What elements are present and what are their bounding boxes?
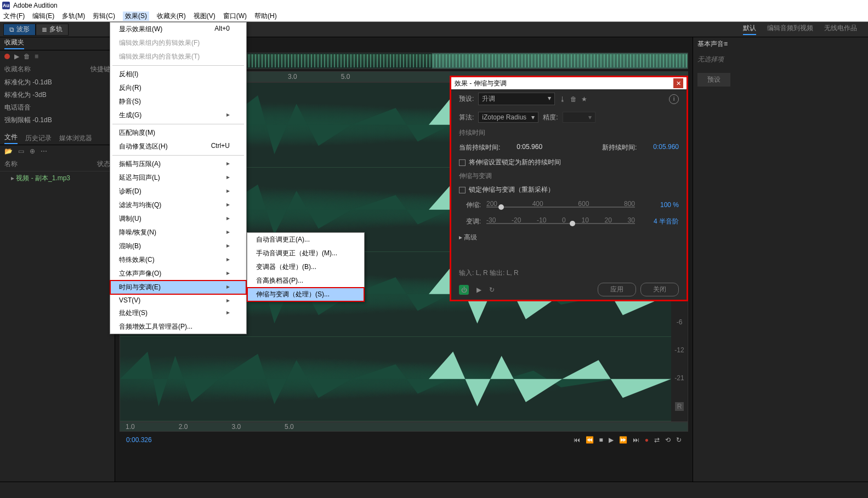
history-tab[interactable]: 历史记录 xyxy=(25,134,52,143)
menu-view[interactable]: 视图(V) xyxy=(194,12,215,21)
pitch-slider[interactable]: -30-20-100102030 xyxy=(486,216,635,226)
mediabrowser-tab[interactable]: 媒体浏览器 xyxy=(59,134,92,143)
delete-favorite-icon[interactable]: 🗑 xyxy=(24,53,30,60)
stop-button[interactable]: ■ xyxy=(599,436,603,444)
menu-item[interactable]: 匹配响度(M) xyxy=(110,126,246,140)
lock-stretch-pitch-checkbox[interactable]: 锁定伸缩与变调（重新采样） xyxy=(451,183,687,197)
menu-item[interactable]: 诊断(D) xyxy=(110,185,246,198)
mode-multitrack-button[interactable]: ≣多轨 xyxy=(36,24,69,36)
open-file-icon[interactable]: 📂 xyxy=(4,147,13,155)
app-title: Adobe Audition xyxy=(13,2,58,9)
forward-button[interactable]: ⏩ xyxy=(619,436,627,444)
app-logo-icon: Au xyxy=(2,2,10,9)
preview-play-icon[interactable]: ▶ xyxy=(476,286,481,294)
rewind-button[interactable]: ⏪ xyxy=(586,436,594,444)
menu-file[interactable]: 文件(F) xyxy=(3,12,25,21)
record-favorite-icon[interactable] xyxy=(4,54,10,59)
preview-loop-icon[interactable]: ↻ xyxy=(489,286,495,294)
menu-item[interactable]: 显示效果组(W)Alt+0 xyxy=(110,22,246,36)
play-favorite-icon[interactable]: ▶ xyxy=(14,53,19,60)
menu-item[interactable]: 编辑效果组内的音轨效果(T) xyxy=(110,50,246,64)
workspace-default[interactable]: 默认 xyxy=(743,24,756,35)
save-preset-icon[interactable]: ⭳ xyxy=(559,95,566,103)
menu-item[interactable]: 时间与变调(E) xyxy=(110,281,246,294)
no-selection-label: 无选择项 xyxy=(693,50,868,68)
algorithm-select[interactable]: iZotope Radius▾ xyxy=(478,112,538,123)
favorite-icon[interactable]: ★ xyxy=(581,95,587,103)
menu-item[interactable]: 音高换档器(P)... xyxy=(247,274,364,288)
preset-button[interactable]: 预设 xyxy=(697,73,730,87)
apply-button[interactable]: 应用 xyxy=(598,283,636,296)
menu-effects[interactable]: 效果(S) xyxy=(123,12,149,21)
favorites-tab[interactable]: 收藏夹 xyxy=(4,38,24,49)
menu-item[interactable]: 特殊效果(C) xyxy=(110,253,246,267)
menu-item[interactable]: 伸缩与变调（处理）(S)... xyxy=(247,288,364,301)
fav-item[interactable]: 标准化为 -3dB xyxy=(0,89,115,101)
menu-item[interactable]: 振幅与压限(A) xyxy=(110,157,246,171)
menu-item[interactable]: 立体声声像(O) xyxy=(110,267,246,281)
menu-item[interactable]: 自动修复选区(H)Ctrl+U xyxy=(110,140,246,153)
file-item[interactable]: 视频 - 副本_1.mp3 xyxy=(0,171,115,185)
lock-duration-checkbox[interactable]: 将伸缩设置锁定为新的持续时间 xyxy=(451,156,687,169)
title-bar: Au Adobe Audition xyxy=(0,0,868,11)
time-ruler-bottom[interactable]: 1.0 2.0 3.0 5.0 xyxy=(120,422,688,432)
files-col-status: 状态 xyxy=(97,159,110,169)
essential-sound-tab[interactable]: 基本声音 xyxy=(697,39,724,49)
menu-item[interactable]: 手动音调更正（处理）(M)... xyxy=(247,247,364,260)
menu-item[interactable]: VST(V) xyxy=(110,294,246,306)
goto-start-button[interactable]: ⏮ xyxy=(574,436,580,444)
close-button[interactable]: 关闭 xyxy=(640,283,679,296)
record-button[interactable]: ● xyxy=(645,436,649,444)
options-icon[interactable]: ⋯ xyxy=(41,147,47,155)
workspace-editaudio[interactable]: 编辑音频到视频 xyxy=(767,24,813,35)
menu-item[interactable]: 静音(S) xyxy=(110,95,246,108)
import-icon[interactable]: ⊕ xyxy=(30,147,35,155)
menu-item[interactable]: 滤波与均衡(Q) xyxy=(110,198,246,212)
menu-item[interactable]: 降噪/恢复(N) xyxy=(110,226,246,239)
new-duration-value[interactable]: 0:05.960 xyxy=(653,143,679,152)
menu-item[interactable]: 生成(G) xyxy=(110,108,246,122)
menu-help[interactable]: 帮助(H) xyxy=(254,12,277,21)
stretch-value[interactable]: 100 % xyxy=(640,201,679,209)
preset-select[interactable]: 升调▾ xyxy=(478,93,555,105)
channel-r-badge: R xyxy=(675,402,684,411)
mode-waveform-button[interactable]: ⧉波形 xyxy=(3,24,36,36)
menu-item[interactable]: 批处理(S) xyxy=(110,306,246,320)
close-icon[interactable]: ✕ xyxy=(673,78,683,88)
favorite-options-icon[interactable]: ≡ xyxy=(35,53,38,60)
loop-button[interactable]: ⇄ xyxy=(654,436,660,444)
power-icon[interactable]: ⏻ xyxy=(459,285,469,295)
files-tab[interactable]: 文件 xyxy=(4,133,18,144)
stretch-slider[interactable]: 200400600800 xyxy=(486,200,635,210)
menu-favorites[interactable]: 收藏夹(R) xyxy=(157,12,186,21)
effects-menu-dropdown: 显示效果组(W)Alt+0编辑效果组内的剪辑效果(F)编辑效果组内的音轨效果(T… xyxy=(110,22,247,334)
delete-preset-icon[interactable]: 🗑 xyxy=(570,95,577,103)
pitch-value[interactable]: 4 半音阶 xyxy=(640,217,679,226)
skip-button[interactable]: ⟲ xyxy=(665,436,671,444)
fav-item[interactable]: 电话语音 xyxy=(0,101,115,114)
repeat-button[interactable]: ↻ xyxy=(676,436,682,444)
left-sidebar: 收藏夹 ▶ 🗑 ≡ 收藏名称 快捷键 标准化为 -0.1dB 标准化为 -3dB… xyxy=(0,37,115,482)
new-file-icon[interactable]: ▭ xyxy=(18,147,24,155)
goto-end-button[interactable]: ⏭ xyxy=(633,436,639,444)
advanced-toggle[interactable]: ▸ 高级 xyxy=(451,230,687,245)
fav-item[interactable]: 强制限幅 -0.1dB xyxy=(0,114,115,127)
fav-item[interactable]: 标准化为 -0.1dB xyxy=(0,76,115,89)
chevron-down-icon: ▾ xyxy=(548,94,551,104)
menu-item[interactable]: 变调器（处理）(B)... xyxy=(247,260,364,274)
menu-item[interactable]: 自动音调更正(A)... xyxy=(247,233,364,247)
menu-item[interactable]: 混响(B) xyxy=(110,239,246,253)
menu-item[interactable]: 音频增效工具管理器(P)... xyxy=(110,320,246,334)
menu-edit[interactable]: 编辑(E) xyxy=(32,12,54,21)
menu-multitrack[interactable]: 多轨(M) xyxy=(62,12,85,21)
menu-item[interactable]: 调制(U) xyxy=(110,212,246,226)
workspace-radio[interactable]: 无线电作品 xyxy=(824,24,857,35)
menu-clip[interactable]: 剪辑(C) xyxy=(93,12,115,21)
menu-item[interactable]: 延迟与回声(L) xyxy=(110,171,246,185)
menu-window[interactable]: 窗口(W) xyxy=(223,12,247,21)
play-button[interactable]: ▶ xyxy=(609,436,614,444)
info-icon[interactable]: i xyxy=(669,94,679,104)
menu-item[interactable]: 编辑效果组内的剪辑效果(F) xyxy=(110,36,246,50)
menu-item[interactable]: 反相(I) xyxy=(110,67,246,81)
menu-item[interactable]: 反向(R) xyxy=(110,81,246,95)
